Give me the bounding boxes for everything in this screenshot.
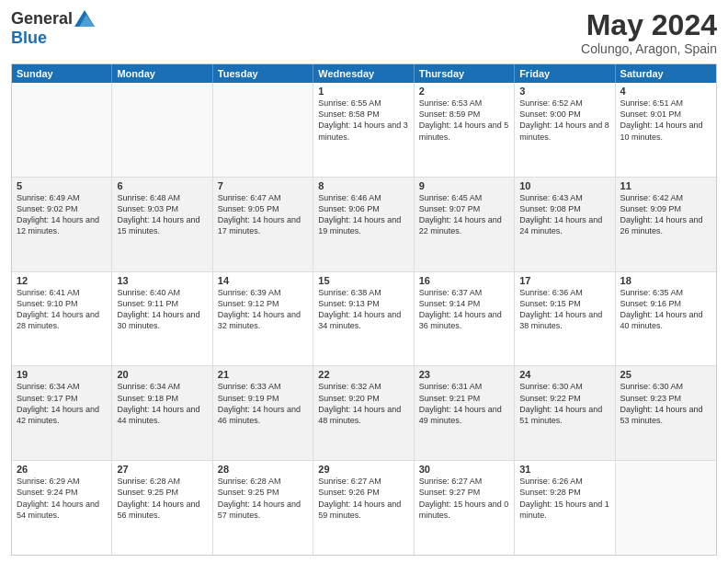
day-info: Sunrise: 6:40 AMSunset: 9:11 PMDaylight:… <box>117 287 207 332</box>
day-cell-13: 13Sunrise: 6:40 AMSunset: 9:11 PMDayligh… <box>112 272 212 366</box>
day-info: Sunrise: 6:30 AMSunset: 9:22 PMDaylight:… <box>519 381 609 426</box>
day-info: Sunrise: 6:41 AMSunset: 9:10 PMDaylight:… <box>17 287 107 332</box>
day-cell-29: 29Sunrise: 6:27 AMSunset: 9:26 PMDayligh… <box>313 461 414 555</box>
day-info: Sunrise: 6:30 AMSunset: 9:23 PMDaylight:… <box>620 381 711 426</box>
location: Colungo, Aragon, Spain <box>581 41 717 56</box>
empty-cell <box>112 83 212 177</box>
day-cell-30: 30Sunrise: 6:27 AMSunset: 9:27 PMDayligh… <box>415 461 515 555</box>
day-cell-15: 15Sunrise: 6:38 AMSunset: 9:13 PMDayligh… <box>313 272 414 366</box>
day-cell-24: 24Sunrise: 6:30 AMSunset: 9:22 PMDayligh… <box>515 366 615 460</box>
day-info: Sunrise: 6:32 AMSunset: 9:20 PMDaylight:… <box>318 381 408 426</box>
day-number: 10 <box>519 180 609 191</box>
day-info: Sunrise: 6:36 AMSunset: 9:15 PMDaylight:… <box>519 287 609 332</box>
day-number: 18 <box>620 275 711 286</box>
day-cell-5: 5Sunrise: 6:49 AMSunset: 9:02 PMDaylight… <box>12 178 112 271</box>
weekday-header-monday: Monday <box>112 64 212 83</box>
day-number: 3 <box>519 86 609 97</box>
day-number: 14 <box>218 275 308 286</box>
weekday-header-tuesday: Tuesday <box>213 64 313 83</box>
day-number: 17 <box>519 275 609 286</box>
title-area: May 2024 Colungo, Aragon, Spain <box>581 9 717 56</box>
weekday-header-wednesday: Wednesday <box>313 64 414 83</box>
day-cell-3: 3Sunrise: 6:52 AMSunset: 9:00 PMDaylight… <box>515 83 615 177</box>
day-cell-10: 10Sunrise: 6:43 AMSunset: 9:08 PMDayligh… <box>515 178 615 271</box>
weekday-header-friday: Friday <box>515 64 615 83</box>
calendar-body: 1Sunrise: 6:55 AMSunset: 8:58 PMDaylight… <box>12 83 716 555</box>
weekday-header-saturday: Saturday <box>616 64 716 83</box>
day-info: Sunrise: 6:31 AMSunset: 9:21 PMDaylight:… <box>419 381 509 426</box>
day-number: 1 <box>318 86 408 97</box>
day-cell-7: 7Sunrise: 6:47 AMSunset: 9:05 PMDaylight… <box>213 178 313 271</box>
day-number: 8 <box>318 180 408 191</box>
calendar-row-4: 26Sunrise: 6:29 AMSunset: 9:24 PMDayligh… <box>12 460 716 555</box>
page: General Blue May 2024 Colungo, Aragon, S… <box>0 0 728 563</box>
day-number: 30 <box>419 464 509 475</box>
day-info: Sunrise: 6:43 AMSunset: 9:08 PMDaylight:… <box>519 192 609 237</box>
day-number: 21 <box>218 369 308 380</box>
day-cell-17: 17Sunrise: 6:36 AMSunset: 9:15 PMDayligh… <box>515 272 615 366</box>
day-number: 5 <box>17 180 107 191</box>
day-number: 26 <box>17 464 107 475</box>
day-cell-11: 11Sunrise: 6:42 AMSunset: 9:09 PMDayligh… <box>616 178 716 271</box>
day-info: Sunrise: 6:27 AMSunset: 9:26 PMDaylight:… <box>318 476 408 521</box>
day-info: Sunrise: 6:55 AMSunset: 8:58 PMDaylight:… <box>318 98 408 143</box>
header: General Blue May 2024 Colungo, Aragon, S… <box>11 9 717 56</box>
day-info: Sunrise: 6:39 AMSunset: 9:12 PMDaylight:… <box>218 287 308 332</box>
day-number: 20 <box>117 369 207 380</box>
day-info: Sunrise: 6:37 AMSunset: 9:14 PMDaylight:… <box>419 287 509 332</box>
day-info: Sunrise: 6:42 AMSunset: 9:09 PMDaylight:… <box>620 192 711 237</box>
empty-cell <box>616 461 716 555</box>
day-cell-16: 16Sunrise: 6:37 AMSunset: 9:14 PMDayligh… <box>415 272 515 366</box>
day-number: 7 <box>218 180 308 191</box>
calendar-row-3: 19Sunrise: 6:34 AMSunset: 9:17 PMDayligh… <box>12 365 716 460</box>
day-cell-8: 8Sunrise: 6:46 AMSunset: 9:06 PMDaylight… <box>313 178 414 271</box>
day-cell-9: 9Sunrise: 6:45 AMSunset: 9:07 PMDaylight… <box>415 178 515 271</box>
day-number: 9 <box>419 180 509 191</box>
day-info: Sunrise: 6:27 AMSunset: 9:27 PMDaylight:… <box>419 476 509 521</box>
day-info: Sunrise: 6:47 AMSunset: 9:05 PMDaylight:… <box>218 192 308 237</box>
logo: General Blue <box>11 9 95 48</box>
calendar-row-1: 5Sunrise: 6:49 AMSunset: 9:02 PMDaylight… <box>12 177 716 271</box>
day-number: 12 <box>17 275 107 286</box>
day-cell-4: 4Sunrise: 6:51 AMSunset: 9:01 PMDaylight… <box>616 83 716 177</box>
calendar-row-0: 1Sunrise: 6:55 AMSunset: 8:58 PMDaylight… <box>12 83 716 177</box>
day-number: 23 <box>419 369 509 380</box>
day-info: Sunrise: 6:34 AMSunset: 9:17 PMDaylight:… <box>17 381 107 426</box>
day-info: Sunrise: 6:26 AMSunset: 9:28 PMDaylight:… <box>519 476 609 521</box>
day-number: 4 <box>620 86 711 97</box>
day-number: 19 <box>17 369 107 380</box>
day-info: Sunrise: 6:46 AMSunset: 9:06 PMDaylight:… <box>318 192 408 237</box>
day-number: 11 <box>620 180 711 191</box>
day-cell-25: 25Sunrise: 6:30 AMSunset: 9:23 PMDayligh… <box>616 366 716 460</box>
day-cell-18: 18Sunrise: 6:35 AMSunset: 9:16 PMDayligh… <box>616 272 716 366</box>
day-number: 6 <box>117 180 207 191</box>
day-cell-31: 31Sunrise: 6:26 AMSunset: 9:28 PMDayligh… <box>515 461 615 555</box>
day-cell-27: 27Sunrise: 6:28 AMSunset: 9:25 PMDayligh… <box>112 461 212 555</box>
day-cell-23: 23Sunrise: 6:31 AMSunset: 9:21 PMDayligh… <box>415 366 515 460</box>
day-info: Sunrise: 6:34 AMSunset: 9:18 PMDaylight:… <box>117 381 207 426</box>
calendar: SundayMondayTuesdayWednesdayThursdayFrid… <box>11 63 717 556</box>
day-info: Sunrise: 6:29 AMSunset: 9:24 PMDaylight:… <box>17 476 107 521</box>
day-cell-20: 20Sunrise: 6:34 AMSunset: 9:18 PMDayligh… <box>112 366 212 460</box>
day-cell-26: 26Sunrise: 6:29 AMSunset: 9:24 PMDayligh… <box>12 461 112 555</box>
day-number: 24 <box>519 369 609 380</box>
day-number: 28 <box>218 464 308 475</box>
day-info: Sunrise: 6:49 AMSunset: 9:02 PMDaylight:… <box>17 192 107 237</box>
day-cell-14: 14Sunrise: 6:39 AMSunset: 9:12 PMDayligh… <box>213 272 313 366</box>
logo-general-text: General <box>11 9 73 29</box>
calendar-row-2: 12Sunrise: 6:41 AMSunset: 9:10 PMDayligh… <box>12 271 716 366</box>
day-number: 29 <box>318 464 408 475</box>
day-cell-2: 2Sunrise: 6:53 AMSunset: 8:59 PMDaylight… <box>415 83 515 177</box>
logo-blue-text: Blue <box>11 29 47 48</box>
day-info: Sunrise: 6:45 AMSunset: 9:07 PMDaylight:… <box>419 192 509 237</box>
day-number: 13 <box>117 275 207 286</box>
day-cell-21: 21Sunrise: 6:33 AMSunset: 9:19 PMDayligh… <box>213 366 313 460</box>
day-number: 25 <box>620 369 711 380</box>
day-number: 31 <box>519 464 609 475</box>
day-number: 2 <box>419 86 509 97</box>
day-cell-12: 12Sunrise: 6:41 AMSunset: 9:10 PMDayligh… <box>12 272 112 366</box>
empty-cell <box>213 83 313 177</box>
day-cell-6: 6Sunrise: 6:48 AMSunset: 9:03 PMDaylight… <box>112 178 212 271</box>
day-info: Sunrise: 6:28 AMSunset: 9:25 PMDaylight:… <box>218 476 308 521</box>
day-number: 22 <box>318 369 408 380</box>
